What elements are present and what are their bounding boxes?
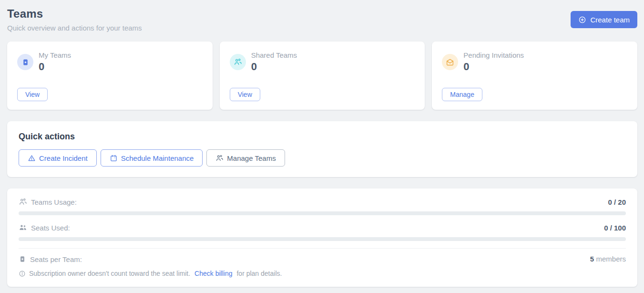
- seats-per-team-number: 5: [590, 255, 594, 263]
- teams-usage-label: Teams Usage:: [31, 198, 77, 206]
- manage-teams-button[interactable]: Manage Teams: [206, 149, 285, 167]
- card-label: Pending Invitations: [463, 51, 524, 60]
- seats-per-team-suffix: members: [596, 255, 626, 263]
- info-icon: [19, 270, 26, 277]
- stat-card-shared-teams: Shared Teams 0 View: [220, 42, 425, 110]
- create-team-button[interactable]: Create team: [571, 11, 637, 28]
- seats-used-value: 0 / 100: [604, 224, 626, 232]
- page-header: Teams Quick overview and actions for you…: [7, 7, 637, 32]
- people-filled-icon: [19, 223, 27, 232]
- plus-circle-icon: [578, 16, 586, 24]
- create-incident-button[interactable]: Create Incident: [19, 149, 97, 167]
- quick-actions-row: Create Incident Schedule Maintenance: [19, 149, 626, 167]
- quick-actions-panel: Quick actions Create Incident: [7, 121, 637, 177]
- seats-per-team-value: 5 members: [590, 255, 626, 263]
- page-subtitle: Quick overview and actions for your team…: [7, 24, 142, 32]
- seats-used-row: Seats Used: 0 / 100: [19, 223, 626, 232]
- page-title: Teams: [7, 7, 142, 21]
- stat-cards-row: My Teams 0 View Shared Teams: [7, 42, 637, 110]
- create-team-label: Create team: [590, 16, 630, 24]
- card-value: 0: [251, 61, 297, 73]
- card-top: My Teams 0: [17, 51, 201, 73]
- card-value: 0: [463, 61, 524, 73]
- id-badge-icon: [17, 54, 33, 70]
- calendar-icon: [110, 154, 118, 162]
- manage-teams-label: Manage Teams: [227, 154, 276, 162]
- check-billing-link[interactable]: Check billing: [194, 270, 232, 277]
- card-meta: My Teams 0: [39, 51, 71, 73]
- view-my-teams-button[interactable]: View: [17, 88, 48, 101]
- warning-triangle-icon: [28, 154, 36, 162]
- card-top: Pending Invitations 0: [442, 51, 626, 73]
- mail-open-icon: [442, 54, 458, 70]
- users-group-icon: [19, 198, 27, 206]
- card-value: 0: [39, 61, 71, 73]
- card-meta: Shared Teams 0: [251, 51, 297, 73]
- create-incident-label: Create Incident: [39, 154, 88, 162]
- view-shared-teams-button[interactable]: View: [230, 88, 260, 101]
- card-meta: Pending Invitations 0: [463, 51, 524, 73]
- page-heading-block: Teams Quick overview and actions for you…: [7, 7, 142, 32]
- teams-usage-row: Teams Usage: 0 / 20: [19, 198, 626, 206]
- note-text-after: for plan details.: [236, 270, 282, 277]
- seats-per-team-row: Seats per Team: 5 members: [19, 255, 626, 263]
- manage-invitations-button[interactable]: Manage: [442, 88, 482, 101]
- teams-usage-value: 0 / 20: [608, 198, 626, 206]
- usage-divider: [19, 248, 626, 249]
- schedule-maintenance-label: Schedule Maintenance: [121, 154, 194, 162]
- teams-usage-label-group: Teams Usage:: [19, 198, 77, 206]
- users-icon: [215, 154, 224, 162]
- seats-per-team-label: Seats per Team:: [30, 255, 82, 263]
- schedule-maintenance-button[interactable]: Schedule Maintenance: [101, 149, 203, 167]
- seats-used-label: Seats Used:: [31, 224, 70, 232]
- seats-used-progressbar: [19, 237, 626, 241]
- note-text-before: Subscription owner doesn't count toward …: [29, 270, 190, 277]
- id-badge-icon: [19, 255, 26, 263]
- card-top: Shared Teams 0: [230, 51, 414, 73]
- usage-panel: Teams Usage: 0 / 20 Seats Used: 0 / 100: [7, 188, 637, 287]
- quick-actions-title: Quick actions: [19, 131, 626, 142]
- users-group-icon: [230, 54, 246, 70]
- card-label: My Teams: [39, 51, 71, 60]
- seats-used-label-group: Seats Used:: [19, 223, 70, 232]
- seat-limit-note: Subscription owner doesn't count toward …: [19, 270, 626, 277]
- seats-per-team-label-group: Seats per Team:: [19, 255, 82, 263]
- teams-page: Teams Quick overview and actions for you…: [0, 0, 644, 287]
- card-label: Shared Teams: [251, 51, 297, 60]
- teams-usage-progressbar: [19, 211, 626, 215]
- stat-card-pending-invitations: Pending Invitations 0 Manage: [432, 42, 637, 110]
- stat-card-my-teams: My Teams 0 View: [7, 42, 213, 110]
